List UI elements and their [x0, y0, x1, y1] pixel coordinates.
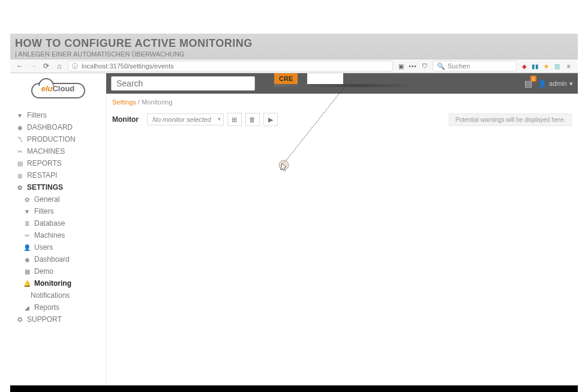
sidebar-item-general[interactable]: ✿General — [10, 193, 106, 205]
filter-icon: ▼ — [23, 208, 31, 215]
delete-monitor-button[interactable]: 🗑 — [245, 113, 260, 126]
trash-icon: 🗑 — [249, 116, 256, 123]
decorative-strip — [274, 84, 412, 87]
demo-icon: ▦ — [23, 268, 31, 275]
machines-icon: ✂ — [23, 232, 31, 239]
messages-button[interactable]: ▤2 — [524, 79, 532, 88]
sidebar-item-restapi[interactable]: ◍RESTAPI — [10, 169, 106, 181]
sidebar-item-reports[interactable]: ▤REPORTS — [10, 157, 106, 169]
browser-page-actions-icon[interactable]: ••• — [409, 62, 417, 70]
library-icon[interactable]: ▮▮ — [531, 62, 539, 70]
browser-extensions: ◆ ▮▮ ★ ▥ — [520, 62, 561, 70]
sidebar-toggle-icon[interactable]: ▥ — [553, 62, 561, 70]
browser-forward-button[interactable]: → — [28, 61, 38, 71]
app-topbar: CRE ▤2 👤 admin ▾ — [106, 73, 578, 94]
search-icon: 🔍 — [437, 62, 445, 70]
info-icon: i — [72, 63, 78, 69]
breadcrumb-leaf: Monitoring — [142, 98, 172, 106]
add-monitor-button[interactable]: ⊞ — [227, 113, 242, 126]
content-area: CRE ▤2 👤 admin ▾ Settin — [106, 73, 578, 385]
browser-url-text: localhost:31750/settings/events — [82, 62, 174, 70]
tutorial-subline: | ANLEGEN EINER AUTOMATISCHEN ÜBERWACHUN… — [15, 50, 573, 58]
message-count-badge: 2 — [530, 76, 536, 82]
sidebar-item-label: SUPPORT — [27, 315, 62, 324]
browser-menu-button[interactable]: ≡ — [565, 62, 573, 70]
sidebar-item-notifications[interactable]: Notifications — [10, 289, 106, 301]
browser-back-button[interactable]: ← — [15, 61, 25, 71]
add-icon: ⊞ — [232, 116, 237, 124]
reports-icon: ▤ — [16, 160, 23, 167]
breadcrumb: Settings / Monitoring — [106, 94, 578, 110]
sidebar-item-users[interactable]: 👤Users — [10, 241, 106, 253]
sidebar-item-label: Monitoring — [34, 279, 71, 288]
sidebar-item-label: Filters — [27, 111, 47, 119]
sidebar-item-label: Notifications — [31, 291, 70, 300]
user-name: admin — [549, 80, 567, 87]
breadcrumb-sep: / — [136, 98, 142, 106]
sidebar-item-label: Filters — [34, 207, 54, 216]
sidebar-item-label: Users — [34, 243, 53, 252]
user-icon: 👤 — [23, 244, 31, 251]
monitor-label: Monitor — [112, 115, 139, 124]
dashboard-icon: ◉ — [16, 124, 23, 131]
brand-word: Cloud — [52, 84, 74, 93]
sidebar-item-label: SETTINGS — [27, 183, 63, 191]
sidebar-item-database[interactable]: ≣Database — [10, 217, 106, 229]
browser-search-placeholder: Suchen — [448, 62, 470, 70]
production-icon: 〽 — [16, 136, 23, 143]
breadcrumb-root[interactable]: Settings — [112, 98, 136, 106]
database-icon: ≣ — [23, 220, 31, 227]
sidebar-item-dashboard-settings[interactable]: ◉Dashboard — [10, 253, 106, 265]
presentation-bottom-bar — [10, 385, 578, 392]
sidebar-item-monitoring[interactable]: 🔔Monitoring — [10, 277, 106, 289]
sidebar-item-support[interactable]: ✪SUPPORT — [10, 313, 106, 325]
monitor-select[interactable]: No monitor selected — [147, 113, 224, 125]
sidebar-item-filters-settings[interactable]: ▼Filters — [10, 205, 106, 217]
search-input[interactable] — [111, 76, 255, 91]
play-icon: ▶ — [268, 116, 273, 124]
dashboard-icon: ◉ — [23, 256, 31, 263]
sidebar-item-label: Reports — [34, 303, 59, 312]
browser-reload-button[interactable]: ⟳ — [41, 61, 51, 71]
cre-tag: CRE — [274, 73, 298, 84]
warnings-hint-box: Potential warnings will be displayed her… — [449, 113, 572, 126]
sidebar-item-label: REPORTS — [27, 159, 62, 167]
filter-icon: ▼ — [16, 112, 23, 119]
decorative-tab — [307, 73, 343, 84]
nav-top: ▼Filters ◉DASHBOARD 〽PRODUCTION ✂MACHINE… — [10, 109, 106, 325]
tutorial-title-block: HOW TO CONFIGURE ACTIVE MONITORING | ANL… — [10, 34, 578, 59]
sidebar-item-demo[interactable]: ▦Demo — [10, 265, 106, 277]
sidebar-item-settings[interactable]: ✿SETTINGS — [10, 181, 106, 193]
tutorial-headline: HOW TO CONFIGURE ACTIVE MONITORING — [15, 37, 573, 50]
user-menu[interactable]: 👤 admin ▾ — [538, 80, 573, 88]
brand-logo: eluCloud — [10, 76, 106, 109]
sidebar-item-machines-settings[interactable]: ✂Machines — [10, 229, 106, 241]
tracking-shield-icon[interactable]: ▣ — [397, 62, 405, 70]
monitor-toolbar: Monitor No monitor selected ⊞ 🗑 ▶ Potent… — [106, 110, 578, 128]
sidebar-item-production[interactable]: 〽PRODUCTION — [10, 133, 106, 145]
browser-shield-icon[interactable]: ⛉ — [421, 62, 429, 70]
sidebar-item-label: Dashboard — [34, 255, 70, 264]
sidebar-item-label: Machines — [34, 231, 65, 240]
sidebar-item-label: MACHINES — [27, 147, 65, 155]
svg-point-1 — [279, 160, 289, 170]
extension-icon[interactable]: ★ — [542, 62, 550, 70]
run-monitor-button[interactable]: ▶ — [263, 113, 278, 126]
api-icon: ◍ — [16, 172, 23, 179]
sidebar-item-label: PRODUCTION — [27, 135, 76, 143]
sidebar-item-dashboard[interactable]: ◉DASHBOARD — [10, 121, 106, 133]
chevron-down-icon: ▾ — [569, 80, 573, 88]
brand-prefix: elu — [41, 84, 53, 93]
sidebar-item-filters[interactable]: ▼Filters — [10, 109, 106, 121]
sidebar-item-label: General — [34, 195, 60, 204]
gear-icon: ✿ — [23, 196, 31, 203]
browser-url-bar[interactable]: i localhost:31750/settings/events — [68, 61, 393, 71]
browser-search-box[interactable]: 🔍 Suchen — [433, 61, 517, 71]
sidebar-item-reports-settings[interactable]: ◢Reports — [10, 301, 106, 313]
sidebar-item-label: RESTAPI — [27, 171, 57, 179]
extension-icon[interactable]: ◆ — [520, 62, 529, 70]
sidebar-item-machines[interactable]: ✂MACHINES — [10, 145, 106, 157]
sidebar-item-label: DASHBOARD — [27, 123, 73, 131]
browser-home-button[interactable]: ⌂ — [55, 61, 64, 71]
bell-icon: 🔔 — [23, 280, 31, 287]
